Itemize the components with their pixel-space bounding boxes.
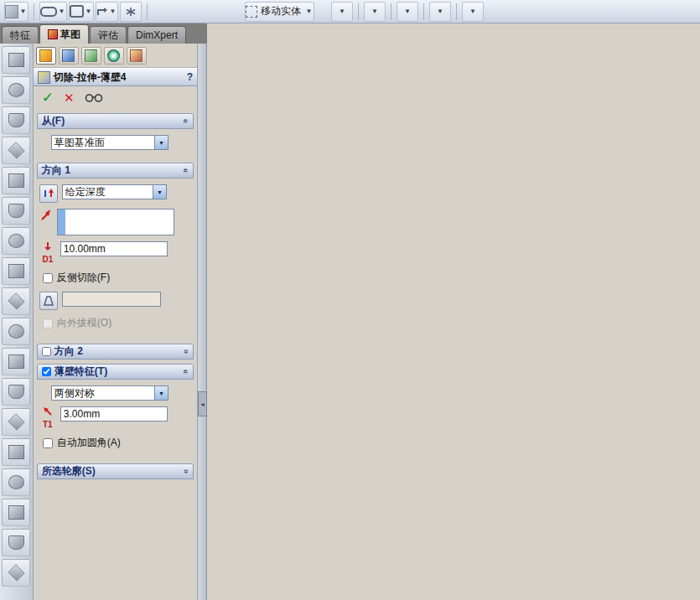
chevron-down-icon: ▼ [84, 8, 93, 15]
section-from-header[interactable]: 从(F) « [37, 113, 194, 129]
ok-button[interactable]: ✓ [42, 91, 54, 105]
left-toolbar-button[interactable] [2, 257, 30, 285]
tab-label: 特征 [10, 28, 30, 43]
selection-highlight [58, 209, 65, 235]
direction-reference-selection[interactable] [57, 209, 174, 235]
left-toolbar-button[interactable] [2, 559, 30, 587]
app-window: ▼ ▼ ▼ ▼ 移动实体 ▼ ▼ ▼ ▼ ▼ ▼ 特征 [0, 0, 700, 600]
flip-side-checkbox[interactable] [43, 273, 53, 283]
combo-arrow[interactable]: ▼ [154, 386, 168, 400]
left-toolbar-button[interactable] [2, 46, 30, 74]
draft-outward-checkbox [43, 318, 53, 328]
left-column: 特征 草图 评估 DimXpert [0, 23, 207, 600]
dimxpertmanager-icon [107, 49, 120, 62]
panel-collapse-handle[interactable]: ◄ [198, 391, 207, 416]
toolbar-button[interactable]: ▼ [4, 2, 29, 22]
feature-icon [8, 324, 24, 339]
end-condition-select[interactable]: 给定深度 ▼ [62, 184, 167, 199]
cancel-button[interactable]: ✕ [64, 91, 75, 104]
pm-empty-area [34, 479, 197, 600]
cut-extrude-icon [38, 71, 50, 84]
auto-fillet-label: 自动加圆角(A) [57, 436, 121, 450]
dropdown-button[interactable]: ▼ [429, 2, 451, 22]
thickness-input[interactable] [60, 406, 168, 422]
direction2-checkbox[interactable] [42, 347, 51, 356]
main-area: 特征 草图 评估 DimXpert [0, 23, 700, 600]
auto-fillet-checkbox[interactable] [43, 438, 53, 448]
left-toolbar-button[interactable] [2, 408, 30, 436]
section-selected-contours-header[interactable]: 所选轮廓(S) « [37, 463, 194, 479]
chevron-down-icon: ▼ [57, 8, 66, 15]
left-toolbar-button[interactable] [2, 76, 30, 104]
section-thin-feature: 薄壁特征(T) « 两侧对称 ▼ [37, 364, 194, 459]
toolbar-separator [34, 3, 34, 20]
left-toolbar-button[interactable] [2, 227, 30, 255]
panel-splitter[interactable]: ◄ [198, 44, 207, 600]
section-direction1-header[interactable]: 方向 1 « [37, 163, 194, 178]
tab-label: DimXpert [136, 29, 178, 41]
move-entities-icon [246, 6, 257, 18]
toolbar-separator [423, 3, 424, 20]
left-toolbar-button[interactable] [2, 106, 30, 134]
chevron-down-icon: ▼ [436, 8, 445, 15]
dropdown-button[interactable]: ▼ [462, 2, 484, 22]
direction-arrow-icon [39, 209, 53, 222]
left-toolbar-button[interactable] [2, 529, 30, 556]
feature-icon [8, 475, 24, 489]
pm-tab-dimxpertmanager[interactable] [104, 47, 124, 65]
left-toolbar-button[interactable] [2, 318, 30, 345]
mirror-arrow-icon [96, 7, 108, 17]
left-toolbar-button[interactable] [2, 197, 30, 225]
thin-feature-checkbox[interactable] [42, 367, 51, 376]
chevron-down-icon: ▼ [304, 8, 314, 15]
tab-label: 草图 [60, 28, 80, 42]
rectangle-tool-button[interactable]: ▼ [69, 2, 94, 22]
draft-button[interactable] [39, 292, 58, 310]
combo-arrow[interactable]: ▼ [153, 185, 166, 199]
depth-arrow-icon [44, 242, 51, 251]
section-direction2-header[interactable]: 方向 2 « [37, 344, 194, 359]
thin-type-value: 两侧对称 [52, 386, 154, 401]
reverse-direction-button[interactable] [39, 184, 58, 203]
collapse-chevron-icon: « [182, 370, 191, 375]
dropdown-button[interactable]: ▼ [364, 2, 386, 22]
property-manager: 切除-拉伸-薄壁4 ? ✓ ✕ [34, 44, 198, 600]
tab-evaluate[interactable]: 评估 [90, 26, 127, 44]
point-tool-button[interactable] [120, 2, 142, 22]
tab-sketch[interactable]: 草图 [39, 24, 89, 44]
help-button[interactable]: ? [187, 71, 193, 83]
pm-tab-configurationmanager[interactable] [81, 47, 101, 65]
pm-tab-featuremanager[interactable] [59, 47, 79, 65]
section-direction2: 方向 2 « [37, 344, 194, 359]
dropdown-button[interactable]: ▼ [331, 2, 353, 22]
move-entities-button[interactable]: 移动实体 ▼ [245, 2, 314, 22]
asterisk-icon [126, 7, 136, 17]
dropdown-button[interactable]: ▼ [397, 2, 418, 22]
pm-tab-displaymanager[interactable] [127, 47, 147, 65]
left-toolbar-button[interactable] [2, 438, 30, 466]
mirror-tool-button[interactable]: ▼ [96, 2, 118, 22]
feature-icon [8, 505, 24, 520]
tab-dimxpert[interactable]: DimXpert [127, 26, 186, 44]
combo-arrow[interactable]: ▼ [154, 136, 168, 149]
section-thin-feature-header[interactable]: 薄壁特征(T) « [37, 364, 194, 380]
featuremanager-icon [62, 49, 75, 62]
left-toolbar-button[interactable] [2, 287, 30, 315]
left-toolbar-button[interactable] [2, 167, 30, 194]
left-toolbar-button[interactable] [2, 468, 30, 496]
tab-features[interactable]: 特征 [2, 26, 39, 44]
left-toolbar-button[interactable] [2, 378, 30, 406]
pm-tab-propertymanager[interactable] [36, 47, 56, 65]
detailed-preview-button[interactable] [85, 93, 103, 103]
left-toolbar-button[interactable] [2, 499, 30, 526]
depth-input[interactable] [60, 241, 168, 256]
left-toolbar-button[interactable] [2, 137, 30, 164]
section-from-body: 草图基准面 ▼ [37, 129, 194, 158]
feature-icon [8, 292, 24, 309]
slot-tool-button[interactable]: ▼ [39, 2, 67, 22]
features-toolbar [0, 44, 34, 600]
left-toolbar-button[interactable] [2, 348, 30, 375]
thin-type-select[interactable]: 两侧对称 ▼ [51, 385, 169, 401]
section-direction1: 方向 1 « [37, 163, 194, 339]
start-condition-select[interactable]: 草图基准面 ▼ [51, 135, 169, 150]
